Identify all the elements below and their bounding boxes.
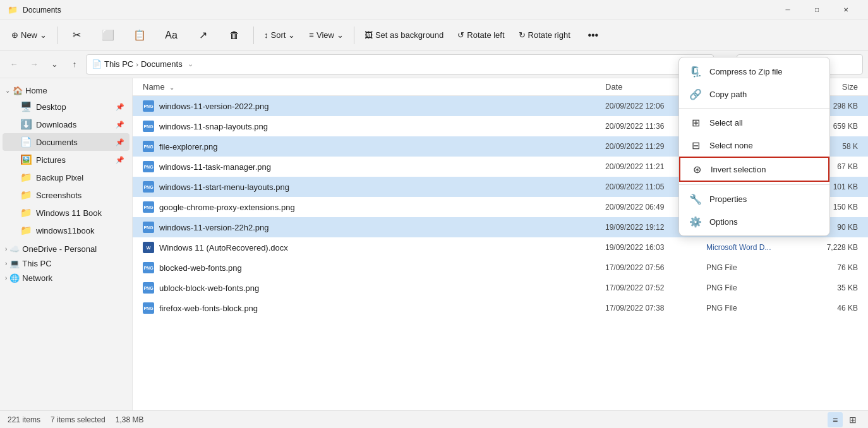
windows11-book-label: Windows 11 Book — [36, 208, 102, 218]
sidebar-item-network[interactable]: › 🌐 Network — [0, 271, 132, 285]
sidebar-item-backup-pixel[interactable]: 📁 Backup Pixel — [3, 169, 130, 186]
pictures-pin-icon: 📌 — [116, 156, 124, 164]
toolbar: ⊕ New ⌄ ✂ ⬜ 📋 Aa ↗ 🗑 ↕ Sort ⌄ ≡ View ⌄ 🖼… — [0, 20, 868, 51]
new-arrow-icon: ⌄ — [40, 30, 47, 40]
recent-button[interactable]: ⌄ — [45, 56, 63, 73]
set-background-button[interactable]: 🖼 Set as background — [358, 23, 450, 48]
rename-button[interactable]: Aa — [156, 23, 186, 48]
header-name[interactable]: Name ⌄ — [143, 82, 605, 92]
file-size: 46 KB — [795, 304, 858, 312]
sidebar-item-documents[interactable]: 📄 Documents 📌 — [3, 133, 130, 151]
documents-label: Documents — [36, 138, 78, 147]
rotate-left-label: Rotate left — [467, 30, 504, 40]
up-button[interactable]: ↑ — [66, 56, 83, 73]
this-pc-sidebar-label: This PC — [22, 259, 51, 268]
item-count: 221 items — [8, 415, 40, 424]
file-size: 7,228 KB — [795, 243, 858, 252]
title-bar: 📁 Documents ─ □ ✕ — [0, 0, 868, 20]
file-name: windows-11-version-2022.png — [159, 102, 605, 111]
file-size: 76 KB — [795, 263, 858, 272]
view-button[interactable]: ≡ View ⌄ — [303, 23, 350, 48]
compress-label: Compress to Zip file — [709, 67, 783, 76]
grid-view-button[interactable]: ⊞ — [845, 412, 860, 427]
desktop-pin-icon: 📌 — [116, 103, 124, 111]
maximize-button[interactable]: □ — [802, 0, 831, 20]
sort-icon: ↕ — [264, 30, 268, 40]
menu-item-copypath[interactable]: 🔗 Copy path — [679, 83, 829, 105]
rotate-right-icon: ↻ — [519, 30, 526, 40]
table-row[interactable]: PNG blocked-web-fonts.png 17/09/2022 07:… — [133, 258, 868, 278]
close-button[interactable]: ✕ — [831, 0, 860, 20]
rotate-right-label: Rotate right — [528, 30, 570, 40]
list-view-button[interactable]: ≡ — [828, 412, 843, 427]
paste-button[interactable]: 📋 — [124, 23, 155, 48]
docx-icon: W — [143, 242, 154, 253]
table-row[interactable]: PNG firefox-web-fonts-block.png 17/09/20… — [133, 298, 868, 318]
minimize-button[interactable]: ─ — [773, 0, 802, 20]
menu-item-options[interactable]: ⚙️ Options — [679, 210, 829, 233]
file-name: windows-11-start-menu-layouts.png — [159, 182, 605, 192]
backup-pixel-icon: 📁 — [20, 172, 32, 183]
this-pc-icon: 💻 — [9, 259, 20, 268]
menu-separator — [679, 108, 829, 109]
file-date: 17/09/2022 07:52 — [605, 283, 706, 292]
menu-item-selectall[interactable]: ⊞ Select all — [679, 111, 829, 134]
onedrive-label: OneDrive - Personal — [22, 244, 97, 254]
share-button[interactable]: ↗ — [188, 23, 218, 48]
documents-pin-icon: 📌 — [116, 138, 124, 146]
windows11-book-icon: 📁 — [20, 207, 32, 218]
screenshots-icon: 📁 — [20, 189, 32, 201]
selectall-icon: ⊞ — [689, 116, 702, 129]
file-name: firefox-web-fonts-block.png — [159, 304, 605, 313]
set-background-icon: 🖼 — [365, 30, 373, 40]
new-button[interactable]: ⊕ New ⌄ — [5, 23, 53, 48]
copy-icon: ⬜ — [102, 29, 114, 41]
sidebar-item-home[interactable]: ⌄ 🏠 Home — [0, 83, 132, 98]
address-box[interactable]: 📄 This PC › Documents ⌄ — [86, 54, 714, 74]
png-icon: PNG — [143, 161, 154, 172]
png-icon: PNG — [143, 181, 154, 193]
file-date: 19/09/2022 16:03 — [605, 243, 706, 252]
sidebar-item-windows11-book[interactable]: 📁 Windows 11 Book — [3, 204, 130, 222]
sidebar-item-downloads[interactable]: ⬇️ Downloads 📌 — [3, 116, 130, 133]
cut-icon: ✂ — [73, 29, 81, 41]
documents-icon: 📄 — [20, 136, 32, 148]
sidebar-item-desktop[interactable]: 🖥️ Desktop 📌 — [3, 98, 130, 116]
sidebar-item-windows11book[interactable]: 📁 windows11book — [3, 222, 130, 239]
downloads-label: Downloads — [36, 120, 76, 129]
png-icon: PNG — [143, 201, 154, 213]
file-size: 35 KB — [795, 283, 858, 292]
more-button[interactable]: ••• — [578, 23, 608, 48]
sort-button[interactable]: ↕ Sort ⌄ — [258, 23, 301, 48]
delete-button[interactable]: 🗑 — [219, 23, 250, 48]
menu-item-compress[interactable]: 🗜️ Compress to Zip file — [679, 60, 829, 83]
cut-button[interactable]: ✂ — [61, 23, 92, 48]
png-icon: PNG — [143, 121, 154, 132]
sidebar-item-onedrive[interactable]: › ☁️ OneDrive - Personal — [0, 242, 132, 256]
address-dropdown-arrow[interactable]: ⌄ — [188, 60, 193, 68]
sidebar-item-this-pc[interactable]: › 💻 This PC — [0, 256, 132, 271]
forward-button[interactable]: → — [25, 56, 43, 73]
file-name: windows-11-version-22h2.png — [159, 223, 605, 232]
copy-button[interactable]: ⬜ — [93, 23, 123, 48]
options-label: Options — [709, 217, 738, 227]
view-arrow-icon: ⌄ — [337, 30, 344, 40]
pictures-label: Pictures — [36, 155, 66, 165]
table-row[interactable]: W Windows 11 (AutoRecovered).docx 19/09/… — [133, 237, 868, 258]
options-icon: ⚙️ — [689, 215, 702, 228]
separator-3 — [354, 27, 354, 44]
sidebar-item-screenshots[interactable]: 📁 Screenshots — [3, 186, 130, 204]
menu-item-invertselection[interactable]: ⊛ Invert selection — [679, 157, 829, 182]
rotate-right-button[interactable]: ↻ Rotate right — [512, 23, 577, 48]
menu-item-selectnone[interactable]: ⊟ Select none — [679, 134, 829, 157]
file-name: google-chrome-proxy-extensions.png — [159, 203, 605, 212]
delete-icon: 🗑 — [229, 30, 239, 41]
title-bar-title: Documents — [23, 6, 773, 15]
sidebar-item-pictures[interactable]: 🖼️ Pictures 📌 — [3, 151, 130, 169]
table-row[interactable]: PNG ublock-block-web-fonts.png 17/09/202… — [133, 278, 868, 298]
downloads-pin-icon: 📌 — [116, 121, 124, 129]
back-button[interactable]: ← — [5, 56, 23, 73]
menu-item-properties[interactable]: 🔧 Properties — [679, 187, 829, 210]
rotate-left-button[interactable]: ↺ Rotate left — [451, 23, 510, 48]
rotate-left-icon: ↺ — [457, 30, 464, 40]
